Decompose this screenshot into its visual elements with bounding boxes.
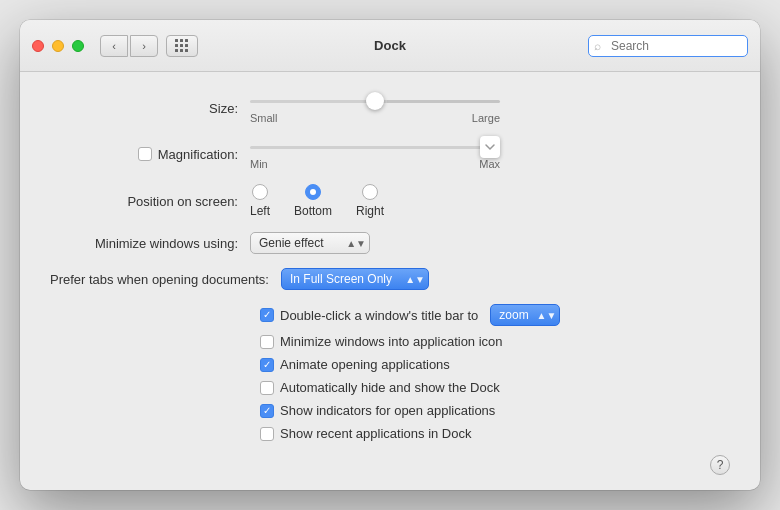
mag-slider-line <box>250 146 500 149</box>
size-small-label: Small <box>250 112 278 124</box>
close-button[interactable] <box>32 40 44 52</box>
minimize-icon-label: Minimize windows into application icon <box>280 334 503 349</box>
nav-buttons: ‹ › <box>100 35 158 57</box>
minimize-button[interactable] <box>52 40 64 52</box>
prefer-tabs-label: Prefer tabs when opening documents: <box>50 272 281 287</box>
traffic-lights <box>32 40 84 52</box>
size-slider-line <box>250 100 500 103</box>
animate-label: Animate opening applications <box>280 357 450 372</box>
preferences-window: ‹ › Dock ⌕ Size: <box>20 20 760 490</box>
position-bottom-radio[interactable] <box>305 184 321 200</box>
position-label: Position on screen: <box>50 194 250 209</box>
bottom-row: ? <box>50 455 730 479</box>
position-bottom-label: Bottom <box>294 204 332 218</box>
recent-apps-checkbox[interactable] <box>260 427 274 441</box>
preferences-content: Size: Small Large Magnification: <box>20 72 760 490</box>
size-row: Size: Small Large <box>50 92 730 124</box>
double-click-row: ✓ Double-click a window's title bar to z… <box>260 304 730 326</box>
prefer-tabs-row: Prefer tabs when opening documents: In F… <box>50 268 730 290</box>
position-row: Position on screen: Left Bottom Right <box>50 184 730 218</box>
indicators-label: Show indicators for open applications <box>280 403 495 418</box>
animate-checkbox[interactable]: ✓ <box>260 358 274 372</box>
minimize-row: Minimize windows using: Genie effect Sca… <box>50 232 730 254</box>
double-click-checkbox[interactable]: ✓ <box>260 308 274 322</box>
grid-view-button[interactable] <box>166 35 198 57</box>
minimize-icon-row[interactable]: Minimize windows into application icon <box>260 334 730 349</box>
zoom-dropdown[interactable]: zoom fill <box>490 304 560 326</box>
grid-icon <box>175 39 189 53</box>
forward-button[interactable]: › <box>130 35 158 57</box>
search-input[interactable] <box>588 35 748 57</box>
autohide-checkbox[interactable] <box>260 381 274 395</box>
position-left[interactable]: Left <box>250 184 270 218</box>
magnification-checkbox[interactable] <box>138 147 152 161</box>
indicators-check-icon: ✓ <box>263 406 271 416</box>
mag-thumb-icon <box>484 141 496 153</box>
window-title: Dock <box>374 38 406 53</box>
back-button[interactable]: ‹ <box>100 35 128 57</box>
help-button[interactable]: ? <box>710 455 730 475</box>
position-left-radio[interactable] <box>252 184 268 200</box>
size-slider-thumb[interactable] <box>366 92 384 110</box>
check-mark-icon: ✓ <box>263 310 271 320</box>
recent-apps-row[interactable]: Show recent applications in Dock <box>260 426 730 441</box>
indicators-checkbox[interactable]: ✓ <box>260 404 274 418</box>
position-bottom[interactable]: Bottom <box>294 184 332 218</box>
mag-max-label: Max <box>479 158 500 170</box>
magnification-row: Magnification: Min Max <box>50 138 730 170</box>
magnification-label: Magnification: <box>50 147 250 162</box>
minimize-icon-checkbox[interactable] <box>260 335 274 349</box>
titlebar: ‹ › Dock ⌕ <box>20 20 760 72</box>
mag-slider-wrap: Min Max <box>250 138 500 170</box>
position-right-label: Right <box>356 204 384 218</box>
autohide-row[interactable]: Automatically hide and show the Dock <box>260 380 730 395</box>
size-large-label: Large <box>472 112 500 124</box>
autohide-label: Automatically hide and show the Dock <box>280 380 500 395</box>
prefer-tabs-dropdown[interactable]: In Full Screen Only Always Never <box>281 268 429 290</box>
search-icon: ⌕ <box>594 39 601 53</box>
size-label: Size: <box>50 101 250 116</box>
double-click-label: Double-click a window's title bar to <box>280 308 478 323</box>
animate-check-icon: ✓ <box>263 360 271 370</box>
mag-slider-thumb[interactable] <box>480 136 500 158</box>
mag-slider-labels: Min Max <box>250 158 500 170</box>
maximize-button[interactable] <box>72 40 84 52</box>
minimize-dropdown-wrap: Genie effect Scale effect ▲▼ <box>250 232 370 254</box>
size-slider-track[interactable] <box>250 92 500 110</box>
size-slider-labels: Small Large <box>250 112 500 124</box>
mag-slider-track[interactable] <box>250 138 500 156</box>
animate-row[interactable]: ✓ Animate opening applications <box>260 357 730 372</box>
position-right-radio[interactable] <box>362 184 378 200</box>
mag-min-label: Min <box>250 158 268 170</box>
position-right[interactable]: Right <box>356 184 384 218</box>
position-left-label: Left <box>250 204 270 218</box>
recent-apps-label: Show recent applications in Dock <box>280 426 472 441</box>
indicators-row[interactable]: ✓ Show indicators for open applications <box>260 403 730 418</box>
position-radio-group: Left Bottom Right <box>250 184 384 218</box>
minimize-dropdown[interactable]: Genie effect Scale effect <box>250 232 370 254</box>
prefer-tabs-dropdown-wrap: In Full Screen Only Always Never ▲▼ <box>281 268 429 290</box>
minimize-label: Minimize windows using: <box>50 236 250 251</box>
search-box: ⌕ <box>588 35 748 57</box>
size-slider-wrap: Small Large <box>250 92 500 124</box>
zoom-dropdown-wrap: zoom fill ▲▼ <box>490 304 560 326</box>
checkboxes-section: ✓ Double-click a window's title bar to z… <box>260 304 730 441</box>
